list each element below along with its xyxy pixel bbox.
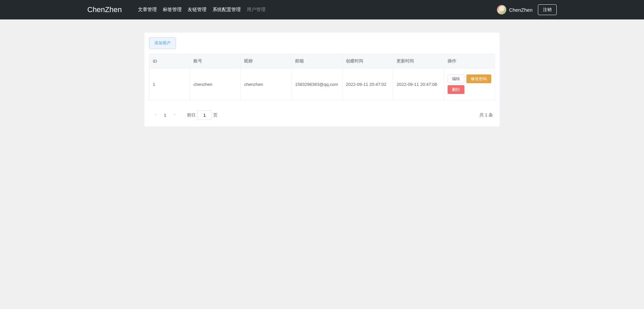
- cell-account: chenzhen: [190, 68, 241, 100]
- th-updated-at: 更新时间: [393, 54, 444, 68]
- jump-input[interactable]: [197, 110, 212, 120]
- table-header-row: ID 账号 昵称 邮箱 创建时间 更新时间 操作: [149, 54, 495, 68]
- chevron-left-icon: [154, 113, 157, 116]
- jump-suffix: 页: [213, 112, 218, 118]
- page-jump: 前往 页: [187, 110, 218, 120]
- th-id: ID: [149, 54, 190, 68]
- nav-article-mgmt[interactable]: 文章管理: [138, 7, 157, 13]
- th-email: 邮箱: [291, 54, 342, 68]
- add-user-button[interactable]: 添加用户: [149, 37, 176, 49]
- logout-button[interactable]: 注销: [538, 4, 557, 15]
- username: ChenZhen: [509, 7, 533, 13]
- th-nickname: 昵称: [241, 54, 291, 68]
- page-number[interactable]: 1: [160, 113, 170, 118]
- main-panel: 添加用户 ID 账号 昵称 邮箱 创建时间 更新时间 操作 1 chenzhen…: [144, 32, 500, 127]
- pagination-total: 共 1 条: [479, 112, 493, 118]
- header: ChenZhen 文章管理 标签管理 友链管理 系统配置管理 用户管理 Chen…: [0, 0, 644, 19]
- nav-user-mgmt[interactable]: 用户管理: [247, 7, 266, 13]
- nav-tag-mgmt[interactable]: 标签管理: [163, 7, 182, 13]
- avatar: [497, 5, 506, 14]
- header-right: ChenZhen 注销: [497, 4, 557, 15]
- next-page-button[interactable]: [170, 113, 179, 117]
- th-account: 账号: [190, 54, 241, 68]
- pagination: 1 前往 页 共 1 条: [149, 110, 495, 120]
- cell-email: 1583296383@qq.com: [291, 68, 342, 100]
- cell-updated-at: 2022-09-11 20:47:06: [393, 68, 444, 100]
- change-password-button[interactable]: 修改密码: [466, 74, 491, 83]
- prev-page-button[interactable]: [151, 113, 160, 117]
- delete-button[interactable]: 删除: [448, 85, 464, 94]
- jump-prefix: 前往: [187, 112, 196, 118]
- th-actions: 操作: [444, 54, 495, 68]
- cell-nickname: chenzhen: [241, 68, 291, 100]
- th-created-at: 创建时间: [342, 54, 393, 68]
- brand-title[interactable]: ChenZhen: [87, 5, 122, 14]
- cell-actions: 编辑 修改密码 删除: [444, 68, 495, 100]
- user-table: ID 账号 昵称 邮箱 创建时间 更新时间 操作 1 chenzhen chen…: [149, 54, 495, 100]
- user-info[interactable]: ChenZhen: [497, 5, 533, 14]
- table-row: 1 chenzhen chenzhen 1583296383@qq.com 20…: [149, 68, 495, 100]
- nav-link-mgmt[interactable]: 友链管理: [188, 7, 206, 13]
- cell-id: 1: [149, 68, 190, 100]
- edit-button[interactable]: 编辑: [448, 74, 464, 83]
- chevron-right-icon: [173, 113, 176, 116]
- main-nav: 文章管理 标签管理 友链管理 系统配置管理 用户管理: [138, 7, 266, 13]
- cell-created-at: 2022-09-11 20:47:02: [342, 68, 393, 100]
- nav-config-mgmt[interactable]: 系统配置管理: [213, 7, 241, 13]
